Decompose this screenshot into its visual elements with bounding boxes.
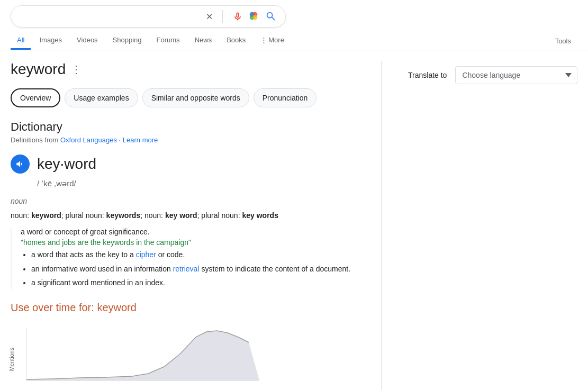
word-header: keyword ⋮ xyxy=(11,61,355,78)
cipher-link[interactable]: cipher xyxy=(136,250,156,259)
clear-icon[interactable]: ✕ xyxy=(206,12,213,22)
definition-example: "homes and jobs are the keywords in the … xyxy=(21,238,355,247)
language-select[interactable]: Choose language English Spanish French G… xyxy=(455,66,577,84)
chart-container: Mentions 1800 1850 1900 1950 2019 xyxy=(11,322,275,390)
search-icon[interactable] xyxy=(265,11,277,22)
learn-more-link[interactable]: Learn more xyxy=(123,136,158,144)
definition-block: a word or concept of great significance.… xyxy=(11,228,355,288)
svg-point-3 xyxy=(252,15,257,20)
tab-news[interactable]: News xyxy=(188,32,219,50)
tab-videos[interactable]: Videos xyxy=(70,32,104,50)
tab-forums[interactable]: Forums xyxy=(150,32,186,50)
translate-label: Translate to xyxy=(408,71,447,79)
list-item: an informative word used in an informati… xyxy=(31,263,355,275)
tab-all[interactable]: All xyxy=(11,32,31,50)
tab-books[interactable]: Books xyxy=(220,32,252,50)
translate-box: Translate to Choose language English Spa… xyxy=(408,66,577,84)
list-item: a significant word mentioned in an index… xyxy=(31,277,355,288)
tab-more[interactable]: ⋮ More xyxy=(254,32,291,50)
word-menu-icon[interactable]: ⋮ xyxy=(71,63,82,76)
word-display: key·word xyxy=(37,156,96,173)
word-title: keyword xyxy=(11,61,66,78)
pos-label: noun xyxy=(11,197,355,205)
chart-svg xyxy=(11,322,275,386)
right-panel: Translate to Choose language English Spa… xyxy=(408,61,577,390)
microphone-icon[interactable] xyxy=(232,11,243,22)
list-item: a word that acts as the key to a cipher … xyxy=(31,249,355,260)
chip-overview[interactable]: Overview xyxy=(11,88,60,107)
word-chips: Overview Usage examples Similar and oppo… xyxy=(11,88,355,107)
audio-button[interactable] xyxy=(11,155,30,174)
noun-forms: noun: keyword; plural noun: keywords; no… xyxy=(11,210,355,221)
chart-y-label: Mentions xyxy=(8,347,15,371)
divider-vertical xyxy=(381,61,382,390)
chip-pronunciation[interactable]: Pronunciation xyxy=(254,88,317,107)
search-input[interactable]: define:keyword xyxy=(20,12,201,21)
word-pronunciation: key·word xyxy=(11,155,355,174)
definition-main: a word or concept of great significance. xyxy=(21,228,355,236)
chip-similar-opposite[interactable]: Similar and opposite words xyxy=(142,88,249,107)
oxford-link[interactable]: Oxford Languages xyxy=(60,136,117,144)
usage-title: Use over time for: keyword xyxy=(11,302,355,314)
tools-button[interactable]: Tools xyxy=(549,33,577,49)
more-dots-icon: ⋮ xyxy=(260,36,267,44)
tab-images[interactable]: Images xyxy=(33,32,68,50)
lens-icon[interactable] xyxy=(248,11,260,22)
search-bar[interactable]: define:keyword ✕ xyxy=(11,5,286,28)
left-panel: keyword ⋮ Overview Usage examples Simila… xyxy=(11,61,355,390)
retrieval-link[interactable]: retrieval xyxy=(173,265,200,273)
nav-tabs: All Images Videos Shopping Forums News B… xyxy=(0,28,588,50)
tab-shopping[interactable]: Shopping xyxy=(106,32,148,50)
source-line: Definitions from Oxford Languages · Lear… xyxy=(11,136,355,144)
chip-usage-examples[interactable]: Usage examples xyxy=(65,88,138,107)
section-title: Dictionary xyxy=(11,120,355,134)
definition-list: a word that acts as the key to a cipher … xyxy=(21,249,355,288)
main-content: keyword ⋮ Overview Usage examples Simila… xyxy=(0,50,588,390)
word-phonetic: / ˈkē ˌwərd/ xyxy=(37,179,355,188)
